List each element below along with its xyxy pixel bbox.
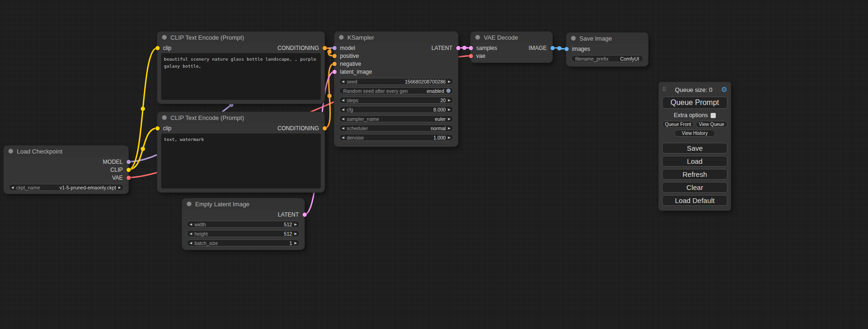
node-empty-latent-image[interactable]: Empty Latent Image LATENT ◀ width 512 ▶ … [182, 198, 304, 250]
widget-scheduler[interactable]: ◀ scheduler normal ▶ [339, 125, 453, 132]
wire-midpoint-dot [141, 106, 145, 111]
widget-denoise[interactable]: ◀ denoise 1.000 ▶ [339, 134, 453, 141]
decrement-arrow-icon[interactable]: ◀ [339, 117, 346, 120]
refresh-button[interactable]: Refresh [662, 169, 727, 180]
node-load-checkpoint[interactable]: Load Checkpoint MODEL CLIP VAE ◀ ckpt_na… [4, 146, 128, 194]
widget-batch-size[interactable]: ◀ batch_size 1 ▶ [187, 239, 300, 246]
output-slot-model[interactable] [127, 160, 131, 164]
collapse-dot-icon[interactable] [187, 202, 191, 206]
prompt-textarea[interactable]: beautiful scenery nature glass bottle la… [161, 53, 321, 100]
widget-value: 8.000 [433, 107, 445, 112]
decrement-arrow-icon[interactable]: ◀ [339, 126, 346, 130]
output-slot-image[interactable] [550, 46, 555, 50]
collapse-dot-icon[interactable] [8, 149, 13, 154]
widget-width[interactable]: ◀ width 512 ▶ [187, 221, 300, 228]
decrement-arrow-icon[interactable]: ◀ [339, 80, 346, 83]
output-slot-clip[interactable] [127, 168, 131, 172]
widget-filename-prefix[interactable]: filename_prefix ComfyUI [571, 55, 643, 62]
node-title-bar[interactable]: KSampler [334, 32, 458, 43]
node-vae-decode[interactable]: VAE Decode samples IMAGE vae [471, 32, 552, 63]
input-slot-images[interactable] [565, 47, 569, 51]
widget-seed[interactable]: ◀ seed 156680208700286 ▶ [339, 78, 453, 85]
increment-arrow-icon[interactable]: ▶ [292, 223, 299, 226]
widget-label: seed [346, 79, 357, 84]
slot-row: clip CONDITIONING [157, 124, 325, 132]
widget-random-seed-toggle[interactable]: Random seed after every gen enabled [339, 87, 453, 94]
collapse-dot-icon[interactable] [475, 35, 480, 40]
input-slot-negative[interactable] [332, 62, 337, 66]
clear-button[interactable]: Clear [662, 182, 727, 193]
input-slot-positive[interactable] [332, 54, 337, 58]
decrement-arrow-icon[interactable]: ◀ [187, 223, 194, 226]
node-title-bar[interactable]: Empty Latent Image [182, 198, 304, 210]
node-title: CLIP Text Encode (Prompt) [170, 114, 244, 121]
input-slot-clip[interactable] [155, 46, 160, 50]
node-title-bar[interactable]: CLIP Text Encode (Prompt) [157, 32, 325, 43]
gear-icon[interactable]: ⚙ [721, 85, 727, 94]
node-title-bar[interactable]: CLIP Text Encode (Prompt) [157, 112, 325, 123]
slot-row: vae [471, 52, 552, 60]
node-graph-canvas[interactable]: Load Checkpoint MODEL CLIP VAE ◀ ckpt_na… [0, 0, 868, 329]
prompt-textarea[interactable]: text, watermark [161, 133, 321, 189]
view-queue-button[interactable]: View Queue [696, 121, 727, 128]
output-slot-latent[interactable] [303, 212, 307, 217]
node-save-image[interactable]: Save Image images filename_prefix ComfyU… [566, 33, 648, 66]
node-title-bar[interactable]: Save Image [566, 33, 648, 44]
decrement-arrow-icon[interactable]: ◀ [187, 241, 194, 245]
widget-steps[interactable]: ◀ steps 20 ▶ [339, 97, 453, 104]
input-slot-vae[interactable] [469, 54, 473, 58]
collapse-dot-icon[interactable] [162, 35, 167, 40]
increment-arrow-icon[interactable]: ▶ [446, 108, 453, 111]
collapse-dot-icon[interactable] [162, 115, 167, 120]
load-button[interactable]: Load [662, 156, 727, 167]
output-slot-conditioning[interactable] [323, 46, 327, 50]
increment-arrow-icon[interactable]: ▶ [446, 136, 453, 139]
increment-arrow-icon[interactable]: ▶ [446, 126, 453, 130]
input-label-vae: vae [476, 53, 485, 59]
increment-arrow-icon[interactable]: ▶ [446, 98, 453, 102]
drag-handle-icon[interactable]: ⠿ [662, 86, 666, 93]
decrement-arrow-icon[interactable]: ◀ [187, 232, 194, 235]
node-title-bar[interactable]: VAE Decode [471, 32, 552, 43]
input-label-positive: positive [340, 53, 359, 59]
output-slot-vae[interactable] [127, 175, 131, 180]
extra-options-checkbox[interactable] [711, 113, 716, 118]
input-slot-model[interactable] [332, 46, 337, 50]
output-slot-latent[interactable] [456, 46, 460, 50]
node-ksampler[interactable]: KSampler model LATENT positive negative … [334, 32, 458, 147]
widget-ckpt-name[interactable]: ◀ ckpt_name v1-5-pruned-emaonly.ckpt ▶ [8, 184, 124, 191]
widget-cfg[interactable]: ◀ cfg 8.000 ▶ [339, 106, 453, 113]
spacer [662, 137, 727, 140]
output-slot-conditioning[interactable] [323, 126, 327, 130]
input-slot-clip[interactable] [155, 126, 160, 130]
increment-arrow-icon[interactable]: ▶ [446, 117, 453, 120]
widget-value: 1.000 [433, 135, 445, 140]
queue-front-button[interactable]: Queue Front [662, 121, 694, 128]
collapse-dot-icon[interactable] [339, 35, 344, 40]
decrement-arrow-icon[interactable]: ◀ [339, 98, 346, 102]
save-button[interactable]: Save [662, 143, 727, 154]
decrement-arrow-icon[interactable]: ◀ [9, 186, 16, 189]
input-label-negative: negative [340, 61, 361, 67]
node-title-bar[interactable]: Load Checkpoint [4, 146, 128, 157]
decrement-arrow-icon[interactable]: ◀ [339, 108, 346, 111]
widget-height[interactable]: ◀ height 512 ▶ [187, 230, 300, 237]
load-default-button[interactable]: Load Default [662, 195, 727, 206]
widget-value: normal [431, 126, 446, 131]
decrement-arrow-icon[interactable]: ◀ [339, 136, 346, 139]
node-clip-text-encode-positive[interactable]: CLIP Text Encode (Prompt) clip CONDITION… [157, 32, 325, 104]
node-clip-text-encode-negative[interactable]: CLIP Text Encode (Prompt) clip CONDITION… [157, 112, 325, 192]
increment-arrow-icon[interactable]: ▶ [292, 232, 299, 235]
widget-sampler-name[interactable]: ◀ sampler_name euler ▶ [339, 115, 453, 122]
collapse-dot-icon[interactable] [571, 36, 576, 41]
slot-row: positive [334, 52, 458, 60]
increment-arrow-icon[interactable]: ▶ [446, 80, 453, 83]
increment-arrow-icon[interactable]: ▶ [292, 241, 299, 245]
increment-arrow-icon[interactable]: ▶ [116, 186, 123, 189]
toggle-on-icon[interactable] [446, 89, 451, 93]
view-history-button[interactable]: View History [674, 130, 715, 137]
extra-options-row: Extra options [662, 112, 727, 119]
input-slot-latent-image[interactable] [332, 70, 337, 74]
input-slot-samples[interactable] [469, 46, 473, 50]
queue-prompt-button[interactable]: Queue Prompt [662, 97, 727, 109]
